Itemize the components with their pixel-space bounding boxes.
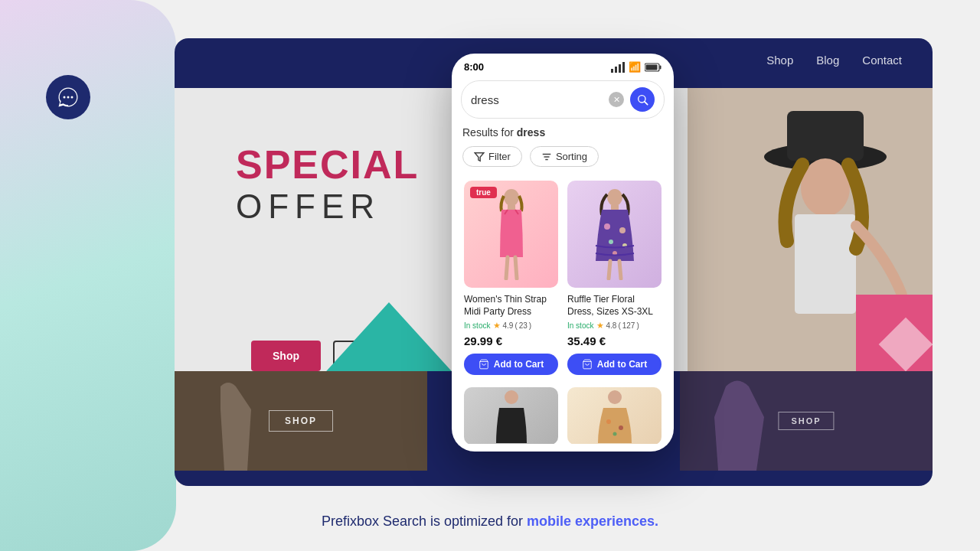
product-image-3: [464, 387, 558, 444]
review-count-1: 23: [519, 321, 528, 330]
svg-line-33: [609, 261, 610, 279]
svg-point-36: [505, 390, 518, 404]
svg-line-34: [619, 261, 621, 279]
search-submit-button[interactable]: [630, 87, 655, 112]
svg-rect-5: [787, 111, 864, 161]
product-card-1: true: [459, 176, 563, 383]
dress-figure-3: [488, 390, 534, 443]
nav-blog[interactable]: Blog: [816, 54, 839, 67]
bottom-shop-label-3: SHOP: [778, 412, 834, 430]
results-prefix: Results for: [462, 126, 517, 139]
in-stock-2: In stock: [567, 321, 593, 330]
product-grid: true: [452, 176, 674, 444]
cart-icon-1: [479, 359, 489, 370]
filter-button[interactable]: Filter: [462, 146, 522, 167]
product-stock-rating-1: In stock ★ 4.9 (23): [464, 321, 558, 331]
dress-figure-2: [588, 188, 642, 280]
product-name-2: Ruffle Tier Floral Dress, Sizes XS-3XL: [567, 294, 662, 318]
svg-point-1: [67, 96, 70, 99]
svg-line-24: [515, 257, 517, 279]
product-card-2: Ruffle Tier Floral Dress, Sizes XS-3XL I…: [563, 176, 666, 383]
add-to-cart-button-2[interactable]: Add to Cart: [567, 354, 662, 375]
product-image-1: true: [464, 181, 558, 288]
cart-icon-2: [582, 359, 593, 370]
chat-icon: [57, 86, 80, 109]
svg-point-19: [504, 189, 519, 206]
product-image-2: [567, 181, 662, 288]
svg-point-29: [619, 227, 626, 233]
tagline-prefix: Prefixbox Search is optimized for: [322, 514, 527, 529]
svg-point-39: [619, 425, 623, 430]
bottom-tagline: Prefixbox Search is optimized for mobile…: [0, 514, 980, 530]
svg-marker-15: [475, 152, 484, 161]
results-heading: Results for dress: [452, 126, 674, 146]
search-input-text: dress: [471, 93, 603, 106]
svg-point-40: [612, 432, 616, 435]
sort-button[interactable]: Sorting: [530, 146, 599, 167]
product-card-4: [563, 383, 666, 444]
svg-line-14: [645, 102, 648, 105]
bottom-image-1: SHOP: [175, 371, 427, 471]
nav-shop[interactable]: Shop: [766, 54, 793, 67]
website-bottom-bar: [175, 471, 933, 486]
product-image-4: [567, 387, 662, 444]
add-to-cart-label-2: Add to Cart: [597, 359, 647, 370]
results-query: dress: [517, 126, 545, 139]
sort-icon: [541, 152, 552, 162]
svg-point-37: [608, 390, 622, 404]
svg-rect-27: [611, 205, 619, 210]
star-rating-2: ★ 4.8 (127): [596, 321, 639, 331]
mobile-phone-overlay: 8:00 📶 dress ✕ Res: [452, 54, 674, 452]
search-bar[interactable]: dress ✕: [461, 80, 665, 119]
rating-value-2: 4.8: [606, 321, 616, 330]
special-offer-section: SPECIAL OFFER: [236, 142, 419, 226]
svg-rect-7: [795, 214, 856, 314]
bottom-image-3: SHOP: [680, 371, 933, 471]
add-to-cart-button-1[interactable]: Add to Cart: [464, 354, 558, 375]
in-stock-1: In stock: [464, 321, 490, 330]
svg-point-28: [604, 223, 610, 230]
product-stock-rating-2: In stock ★ 4.8 (127): [567, 321, 662, 331]
special-text: SPECIAL: [236, 142, 419, 187]
svg-rect-12: [646, 64, 658, 70]
filter-sort-row: Filter Sorting: [452, 146, 674, 176]
sort-label: Sorting: [556, 151, 587, 162]
add-to-cart-label-1: Add to Cart: [494, 359, 544, 370]
review-count-2: 127: [622, 321, 635, 330]
svg-point-26: [607, 189, 622, 206]
offer-text: OFFER: [236, 187, 419, 226]
product-price-1: 29.99 €: [464, 334, 558, 347]
clear-button[interactable]: ✕: [609, 92, 624, 107]
svg-point-38: [606, 419, 611, 424]
product-card-3: [459, 383, 563, 444]
rating-value-1: 4.9: [502, 321, 513, 330]
product-price-2: 35.49 €: [567, 334, 662, 347]
svg-point-0: [64, 96, 66, 99]
wifi-icon: 📶: [629, 61, 641, 73]
tagline-highlight: mobile experiences.: [527, 514, 658, 529]
status-icons: 📶: [611, 61, 662, 73]
search-submit-icon: [636, 93, 648, 106]
battery-icon: [645, 63, 662, 72]
white-diamond: [879, 318, 933, 371]
nav-contact[interactable]: Contact: [862, 54, 902, 67]
product-name-1: Women's Thin Strap Midi Party Dress: [464, 294, 558, 318]
new-badge-1: true: [470, 187, 497, 198]
status-bar: 8:00 📶: [452, 54, 674, 77]
status-time: 8:00: [464, 61, 484, 73]
svg-rect-11: [660, 65, 662, 69]
filter-label: Filter: [488, 151, 511, 162]
bottom-shop-label-1: SHOP: [269, 410, 333, 432]
svg-rect-20: [508, 205, 515, 210]
dress-figure-4: [592, 390, 638, 443]
pink-accent: [856, 295, 933, 371]
svg-line-23: [506, 257, 508, 279]
signal-icon: [611, 62, 625, 73]
filter-icon: [474, 152, 485, 162]
dress-figure-1: [485, 188, 538, 280]
chat-icon-circle[interactable]: [46, 75, 90, 119]
svg-point-2: [71, 96, 74, 99]
svg-point-30: [609, 240, 613, 244]
background-gradient: [0, 0, 176, 551]
star-rating-1: ★ 4.9 (23): [493, 321, 531, 331]
